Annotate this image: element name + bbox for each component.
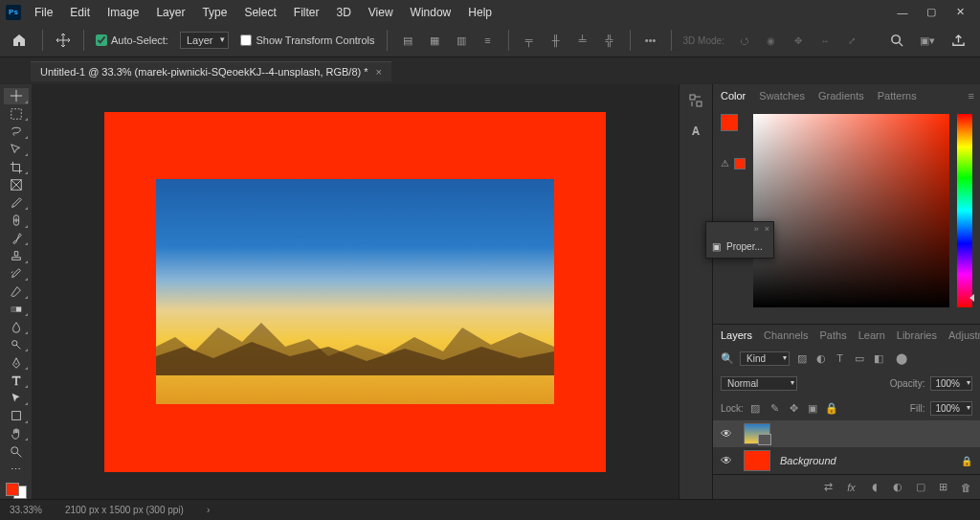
minimize-button[interactable]: — [896, 6, 909, 19]
fg-color-swatch[interactable] [6, 483, 19, 496]
doc-info[interactable]: 2100 px x 1500 px (300 ppi) [65, 505, 184, 515]
path-select-tool[interactable] [4, 391, 29, 407]
show-transform-checkbox[interactable]: Show Transform Controls [240, 34, 374, 46]
type-tool[interactable] [4, 373, 29, 389]
color-field-picker[interactable] [753, 114, 949, 307]
filter-pixel-icon[interactable]: ▨ [795, 352, 808, 365]
document-canvas[interactable] [104, 112, 606, 472]
menu-filter[interactable]: Filter [286, 2, 327, 23]
align-bottom-icon[interactable]: ╧ [574, 32, 591, 49]
document-tab[interactable]: Untitled-1 @ 33.3% (marek-piwnicki-SQeoe… [31, 61, 391, 81]
tab-swatches[interactable]: Swatches [759, 90, 805, 102]
eyedropper-tool[interactable] [4, 194, 29, 211]
zoom-tool[interactable] [4, 443, 29, 460]
menu-help[interactable]: Help [460, 2, 500, 23]
opacity-dropdown[interactable]: 100% [930, 376, 972, 391]
layer-fx-icon[interactable]: fx [845, 482, 858, 493]
close-float-icon[interactable]: × [765, 224, 769, 234]
doc-info-chevron[interactable]: › [207, 505, 210, 515]
layer-thumbnail[interactable] [744, 423, 770, 444]
filter-smart-icon[interactable]: ◧ [872, 352, 884, 365]
character-panel-icon[interactable] [685, 121, 706, 142]
menu-select[interactable]: Select [236, 2, 283, 23]
blend-mode-dropdown[interactable]: Normal [721, 376, 797, 391]
move-tool-icon[interactable] [55, 32, 72, 49]
blur-tool[interactable] [4, 319, 29, 335]
crop-tool[interactable] [4, 159, 29, 175]
link-layers-icon[interactable]: ⇄ [822, 481, 835, 493]
menu-view[interactable]: View [361, 2, 401, 23]
menu-image[interactable]: Image [100, 2, 146, 23]
close-button[interactable]: ✕ [953, 6, 967, 19]
filter-adjust-icon[interactable]: ◐ [814, 352, 827, 365]
layer-group-icon[interactable]: ▢ [914, 481, 926, 493]
tab-adjustments[interactable]: Adjustments [948, 329, 980, 341]
menu-edit[interactable]: Edit [62, 2, 98, 23]
home-button[interactable] [8, 29, 31, 52]
filter-shape-icon[interactable]: ▭ [853, 352, 865, 365]
layer-row[interactable]: 👁 Background 🔒 [713, 447, 980, 474]
tab-gradients[interactable]: Gradients [818, 90, 864, 102]
lasso-tool[interactable] [4, 124, 29, 140]
close-tab-icon[interactable]: × [376, 66, 382, 78]
edit-toolbar[interactable]: ⋯ [4, 462, 29, 478]
adjustment-layer-icon[interactable]: ◐ [891, 481, 903, 493]
auto-select-target-dropdown[interactable]: Layer [180, 32, 230, 49]
auto-select-checkbox[interactable]: Auto-Select: [96, 34, 168, 46]
visibility-toggle[interactable]: 👁 [721, 454, 734, 467]
brush-tool[interactable] [4, 231, 29, 247]
visibility-toggle[interactable]: 👁 [721, 427, 734, 441]
tab-layers[interactable]: Layers [721, 329, 752, 341]
tab-learn[interactable]: Learn [858, 329, 885, 341]
menu-window[interactable]: Window [403, 2, 459, 23]
placed-image[interactable] [156, 179, 554, 404]
show-transform-input[interactable] [240, 34, 252, 46]
eraser-tool[interactable] [4, 283, 29, 300]
layer-row[interactable]: 👁 [713, 420, 980, 447]
tab-channels[interactable]: Channels [764, 329, 808, 341]
maximize-button[interactable]: ▢ [924, 6, 938, 19]
menu-layer[interactable]: Layer [148, 2, 192, 23]
hand-tool[interactable] [4, 426, 29, 442]
panel-fg-swatch[interactable] [721, 114, 738, 131]
menu-type[interactable]: Type [194, 2, 234, 23]
lock-all-icon[interactable]: 🔒 [826, 402, 838, 415]
shape-tool[interactable] [4, 408, 29, 424]
workspace-switcher-icon[interactable]: ▣▾ [919, 32, 936, 49]
new-layer-icon[interactable]: ⊞ [937, 481, 949, 493]
delete-layer-icon[interactable]: 🗑 [960, 482, 972, 493]
dodge-tool[interactable] [4, 337, 29, 353]
color-swatches[interactable] [6, 483, 27, 499]
tab-patterns[interactable]: Patterns [878, 90, 917, 102]
filter-toggle-icon[interactable]: ⬤ [895, 352, 907, 365]
gradient-tool[interactable] [4, 302, 29, 318]
panel-menu-icon[interactable]: ≡ [969, 90, 974, 102]
layer-name[interactable]: Background [780, 455, 836, 466]
frame-tool[interactable] [4, 177, 29, 193]
gamut-warning-icon[interactable]: ⚠ [721, 158, 732, 170]
layer-mask-icon[interactable]: ◖ [868, 481, 880, 493]
layer-filter-dropdown[interactable]: Kind [740, 351, 790, 366]
gamut-swatch[interactable] [734, 158, 746, 170]
layer-thumbnail[interactable] [744, 450, 770, 471]
distribute-icon[interactable]: ╬ [601, 32, 618, 49]
tab-libraries[interactable]: Libraries [897, 329, 937, 341]
lock-artboard-icon[interactable]: ▣ [807, 402, 819, 415]
search-icon[interactable] [888, 32, 905, 49]
fill-dropdown[interactable]: 100% [930, 401, 972, 416]
tab-paths[interactable]: Paths [820, 329, 847, 341]
lock-paint-icon[interactable]: ✎ [768, 402, 781, 415]
align-left-icon[interactable]: ▤ [399, 32, 416, 49]
align-top-icon[interactable]: ╤ [521, 32, 538, 49]
share-icon[interactable] [949, 32, 967, 49]
canvas-area[interactable] [32, 84, 679, 499]
zoom-level[interactable]: 33.33% [10, 505, 42, 515]
collapse-icon[interactable]: » [754, 224, 759, 234]
healing-tool[interactable] [4, 213, 29, 229]
lock-position-icon[interactable]: ✥ [788, 402, 800, 415]
marquee-tool[interactable] [4, 106, 29, 123]
align-more-icon[interactable]: ≡ [479, 32, 497, 49]
more-options-icon[interactable]: ••• [642, 32, 659, 49]
align-center-h-icon[interactable]: ▦ [426, 32, 443, 49]
move-tool[interactable] [4, 88, 29, 104]
